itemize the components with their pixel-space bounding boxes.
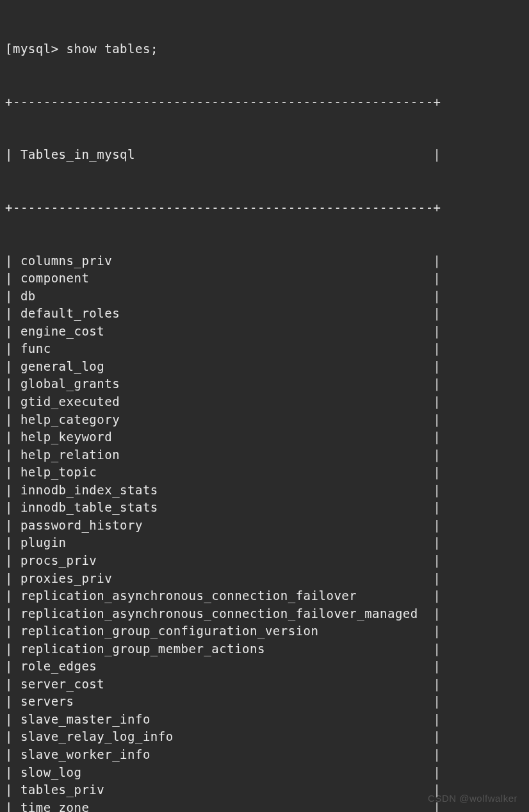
table-row: | general_log | <box>5 358 524 376</box>
watermark-text: CSDN @wolfwalker <box>428 792 517 806</box>
table-row: | help_relation | <box>5 446 524 464</box>
table-row: | procs_priv | <box>5 552 524 570</box>
table-row: | func | <box>5 340 524 358</box>
table-row: | replication_asynchronous_connection_fa… <box>5 587 524 605</box>
table-row: | engine_cost | <box>5 323 524 341</box>
table-row: | slave_relay_log_info | <box>5 728 524 746</box>
prompt: mysql> <box>13 42 59 56</box>
table-row: | help_topic | <box>5 464 524 482</box>
command-line: [mysql> show tables; <box>5 40 524 58</box>
table-row: | db | <box>5 288 524 305</box>
command-text[interactable]: show tables; <box>67 42 158 56</box>
table-row: | help_keyword | <box>5 428 524 446</box>
table-border-mid: +---------------------------------------… <box>5 199 524 217</box>
table-row: | help_category | <box>5 411 524 429</box>
table-row: | servers | <box>5 693 524 711</box>
table-row: | replication_asynchronous_connection_fa… <box>5 605 524 623</box>
table-row: | slave_worker_info | <box>5 746 524 764</box>
table-row: | proxies_priv | <box>5 570 524 588</box>
table-row: | columns_priv | <box>5 252 524 270</box>
table-header-row: | Tables_in_mysql | <box>5 146 524 164</box>
table-row: | innodb_table_stats | <box>5 499 524 517</box>
table-row: | password_history | <box>5 517 524 535</box>
table-row: | replication_group_configuration_versio… <box>5 622 524 640</box>
table-row: | replication_group_member_actions | <box>5 640 524 658</box>
table-row: | role_edges | <box>5 658 524 676</box>
terminal-output: [mysql> show tables; +------------------… <box>5 5 524 812</box>
table-border-top: +---------------------------------------… <box>5 93 524 111</box>
table-row: | slave_master_info | <box>5 711 524 729</box>
table-row: | global_grants | <box>5 375 524 393</box>
prompt-open-bracket: [ <box>5 42 13 56</box>
table-row: | default_roles | <box>5 305 524 323</box>
table-row: | slow_log | <box>5 764 524 782</box>
table-rows: | columns_priv || component || db || def… <box>5 252 524 812</box>
table-row: | gtid_executed | <box>5 393 524 411</box>
table-row: | innodb_index_stats | <box>5 482 524 499</box>
table-row: | server_cost | <box>5 676 524 694</box>
table-row: | plugin | <box>5 534 524 552</box>
table-row: | component | <box>5 270 524 288</box>
